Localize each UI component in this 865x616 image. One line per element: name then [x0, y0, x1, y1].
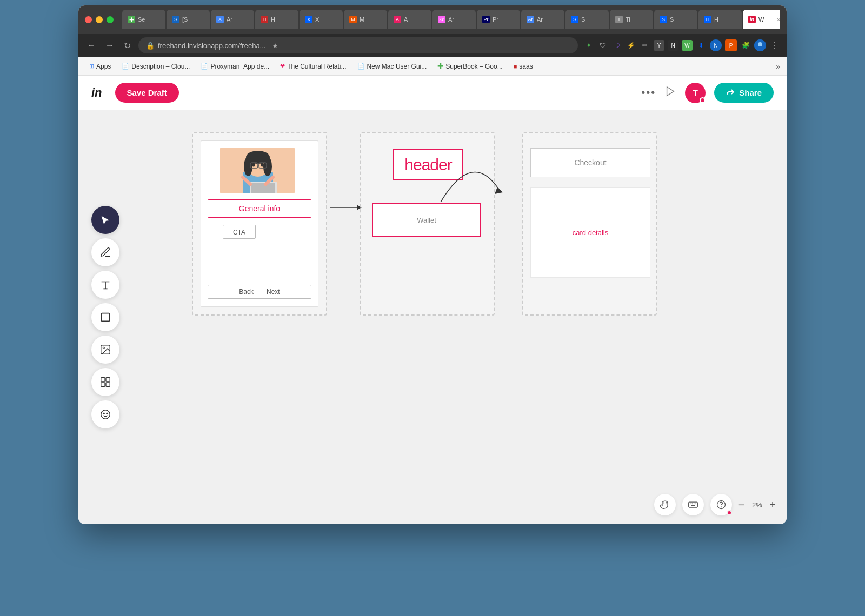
svg-point-2	[757, 46, 763, 50]
frame-group-1[interactable]: General info CTA Back Next	[192, 132, 327, 316]
ext-icon-6[interactable]: Y	[654, 40, 664, 51]
ext-icon-14[interactable]: ⋮	[769, 40, 780, 51]
browser-tab-7[interactable]: A A	[388, 10, 431, 29]
emoji-tool-button[interactable]	[91, 400, 119, 428]
ext-icon-9[interactable]: ⬇	[696, 40, 707, 51]
svg-rect-31	[688, 502, 697, 507]
bookmark-apps[interactable]: ⊞ Apps	[85, 61, 115, 72]
tab-label-12: Ti	[626, 16, 630, 23]
bookmark-description-label: Description – Clou...	[131, 63, 190, 70]
ext-icon-5[interactable]: ✏	[640, 40, 650, 51]
browser-tab-14[interactable]: H H	[698, 10, 742, 29]
ext-icon-10[interactable]: N	[710, 39, 722, 51]
bookmark-proxyman[interactable]: 📄 Proxyman_App de...	[196, 61, 274, 72]
bookmark-saas[interactable]: ■ saas	[509, 61, 537, 72]
ext-icon-8[interactable]: W	[682, 40, 693, 51]
ext-icon-2[interactable]: 🛡	[597, 40, 608, 51]
ext-icon-4[interactable]: ⚡	[626, 40, 636, 51]
ext-icon-11[interactable]: P	[725, 39, 737, 51]
text-tool-button[interactable]	[91, 271, 119, 299]
bottom-toolbar: − 2% +	[654, 494, 776, 515]
maximize-window-button[interactable]	[107, 16, 114, 23]
frame-group-3[interactable]: Checkout card details	[522, 132, 657, 316]
tab-favicon-11: S	[571, 16, 578, 23]
tab-favicon-14: H	[704, 16, 711, 23]
browser-tab-12[interactable]: T Ti	[610, 10, 653, 29]
ext-icon-3[interactable]: ☽	[611, 40, 622, 51]
back-next-row: Back Next	[208, 285, 311, 299]
address-input[interactable]: 🔒 freehand.invisionapp.com/freeha... ★	[138, 37, 578, 53]
back-button[interactable]: ←	[85, 38, 98, 52]
browser-tab-15[interactable]: in W ✕	[743, 10, 780, 29]
left-toolbar	[91, 206, 119, 428]
bookmark-cultural-label: The Cultural Relati...	[287, 63, 346, 70]
help-notification-dot	[727, 510, 732, 515]
browser-tab-5[interactable]: X X	[300, 10, 343, 29]
svg-point-13	[107, 413, 108, 414]
image-tool-button[interactable]	[91, 336, 119, 364]
description-doc-icon: 📄	[122, 63, 129, 70]
browser-tab-10[interactable]: Ar Ar	[521, 10, 564, 29]
play-button[interactable]	[664, 85, 676, 100]
refresh-button[interactable]: ↻	[122, 38, 133, 53]
browser-tab-6[interactable]: M M	[344, 10, 387, 29]
zoom-in-button[interactable]: +	[769, 499, 776, 511]
share-button[interactable]: Share	[714, 83, 774, 103]
bookmark-cultural[interactable]: ❤ The Cultural Relati...	[276, 61, 350, 72]
bookmarks-more-button[interactable]: »	[776, 62, 780, 71]
help-button-wrap	[710, 494, 732, 515]
svg-point-20	[252, 163, 255, 167]
traffic-lights	[85, 16, 114, 23]
canvas-content: General info CTA Back Next	[138, 126, 770, 492]
close-window-button[interactable]	[85, 16, 92, 23]
minimize-window-button[interactable]	[96, 16, 103, 23]
macuser-doc-icon: 📄	[357, 63, 365, 70]
browser-tab-4[interactable]: H H	[255, 10, 298, 29]
ext-icon-7[interactable]: N	[668, 40, 678, 51]
forward-button[interactable]: →	[103, 38, 116, 52]
bookmark-superbook-label: SuperBook – Goo...	[445, 63, 502, 70]
tab-favicon-4: H	[261, 16, 268, 23]
tab-label-5: X	[315, 16, 319, 23]
character-illustration	[220, 148, 295, 193]
tab-favicon-12: T	[615, 16, 623, 23]
component-tool-button[interactable]	[91, 368, 119, 396]
hand-tool-button[interactable]	[654, 494, 676, 515]
ext-icon-1[interactable]: ✦	[583, 40, 594, 51]
user-avatar[interactable]: T	[685, 83, 706, 103]
pencil-tool-button[interactable]	[91, 238, 119, 266]
avatar-notification-dot	[700, 97, 706, 103]
more-options-button[interactable]: •••	[641, 86, 656, 99]
tab-label-15: W	[758, 16, 764, 23]
main-container: in Save Draft ••• T Share	[78, 76, 787, 524]
rectangle-tool-button[interactable]	[91, 303, 119, 331]
browser-tab-9[interactable]: Pr Pr	[477, 10, 520, 29]
bookmark-description[interactable]: 📄 Description – Clou...	[117, 61, 194, 72]
save-draft-button[interactable]: Save Draft	[115, 83, 179, 103]
svg-rect-7	[101, 378, 105, 381]
tab-favicon-9: Pr	[482, 16, 490, 23]
ext-icon-13[interactable]	[754, 39, 766, 51]
tab-label-9: Pr	[493, 16, 498, 23]
bookmark-macuser[interactable]: 📄 New Mac User Gui...	[353, 61, 431, 72]
browser-tab-11[interactable]: S S	[565, 10, 609, 29]
bookmark-superbook[interactable]: ✚ SuperBook – Goo...	[433, 61, 507, 72]
browser-tab-8[interactable]: Xd Ar	[432, 10, 476, 29]
svg-point-18	[244, 157, 252, 176]
tab-close-15[interactable]: ✕	[776, 17, 780, 23]
ext-icon-12[interactable]: 🧩	[740, 40, 751, 51]
screen-1: General info CTA Back Next	[201, 140, 318, 307]
star-icon[interactable]: ★	[272, 42, 278, 50]
tab-favicon-5: X	[305, 16, 312, 23]
canvas-area[interactable]: General info CTA Back Next	[78, 110, 787, 524]
browser-tab-2[interactable]: S [S	[167, 10, 210, 29]
keyboard-shortcut-button[interactable]	[682, 494, 704, 515]
browser-tab-1[interactable]: ✚ Se	[122, 10, 165, 29]
zoom-out-button[interactable]: −	[738, 499, 745, 511]
svg-point-12	[103, 413, 104, 414]
cursor-tool-button[interactable]	[91, 206, 119, 234]
tabs-row: ✚ Se S [S A Ar H H X X M M	[122, 10, 780, 29]
general-info-label: General info	[239, 204, 280, 213]
browser-tab-13[interactable]: S S	[654, 10, 697, 29]
browser-tab-3[interactable]: A Ar	[211, 10, 254, 29]
